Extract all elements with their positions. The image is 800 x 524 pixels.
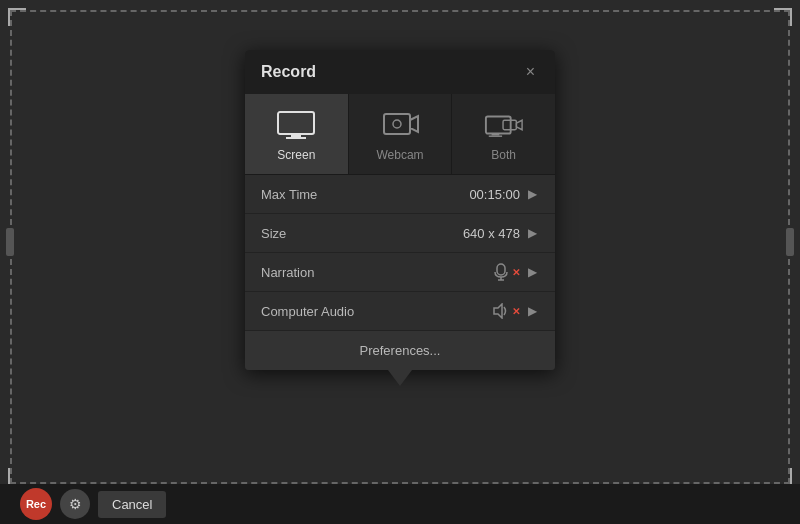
- audio-x-badge: ✕: [512, 306, 520, 317]
- computer-audio-next-button[interactable]: ▶: [526, 302, 539, 320]
- svg-rect-11: [497, 264, 505, 275]
- computer-audio-value-group: ✕ ▶: [492, 302, 539, 320]
- size-next-button[interactable]: ▶: [526, 224, 539, 242]
- narration-row: Narration ✕ ▶: [245, 253, 555, 292]
- max-time-row: Max Time 00:15:00 ▶: [245, 175, 555, 214]
- max-time-label: Max Time: [261, 187, 317, 202]
- max-time-value: 00:15:00: [469, 187, 520, 202]
- size-value-group: 640 x 478 ▶: [463, 224, 539, 242]
- settings-section: Max Time 00:15:00 ▶ Size 640 x 478 ▶ Nar…: [245, 175, 555, 331]
- computer-audio-status-icon: ✕: [492, 303, 520, 319]
- size-value: 640 x 478: [463, 226, 520, 241]
- size-label: Size: [261, 226, 286, 241]
- max-time-value-group: 00:15:00 ▶: [469, 185, 539, 203]
- svg-rect-2: [286, 137, 306, 139]
- svg-rect-6: [486, 116, 511, 133]
- narration-x-badge: ✕: [512, 267, 520, 278]
- narration-next-button[interactable]: ▶: [526, 263, 539, 281]
- size-row: Size 640 x 478 ▶: [245, 214, 555, 253]
- svg-rect-3: [384, 114, 410, 134]
- narration-value-group: ✕ ▶: [494, 263, 539, 281]
- svg-rect-0: [278, 112, 314, 134]
- mode-screen-label: Screen: [277, 148, 315, 162]
- mode-both-label: Both: [491, 148, 516, 162]
- svg-rect-7: [491, 134, 499, 136]
- rec-button[interactable]: Rec: [20, 488, 52, 520]
- dialog-tail: [388, 370, 412, 386]
- cancel-button[interactable]: Cancel: [98, 491, 166, 518]
- both-icon: [484, 110, 524, 140]
- handle-right[interactable]: [786, 228, 794, 256]
- svg-marker-4: [410, 116, 418, 132]
- screen-icon: [276, 110, 316, 140]
- max-time-next-button[interactable]: ▶: [526, 185, 539, 203]
- preferences-button[interactable]: Preferences...: [245, 331, 555, 370]
- dialog-header: Record ×: [245, 50, 555, 94]
- close-button[interactable]: ×: [522, 62, 539, 82]
- mode-webcam-button[interactable]: Webcam: [349, 94, 453, 174]
- svg-marker-10: [516, 120, 522, 130]
- handle-left[interactable]: [6, 228, 14, 256]
- narration-status-icon: ✕: [494, 263, 520, 281]
- narration-label: Narration: [261, 265, 314, 280]
- computer-audio-row: Computer Audio ✕ ▶: [245, 292, 555, 331]
- mode-selector: Screen Webcam: [245, 94, 555, 175]
- corner-bracket-tr: [774, 8, 792, 26]
- svg-marker-14: [494, 304, 502, 318]
- bottom-bar: Rec ⚙ Cancel: [0, 484, 800, 524]
- gear-button[interactable]: ⚙: [60, 489, 90, 519]
- mode-screen-button[interactable]: Screen: [245, 94, 349, 174]
- mode-webcam-label: Webcam: [376, 148, 423, 162]
- svg-rect-1: [291, 134, 301, 137]
- corner-bracket-tl: [8, 8, 26, 26]
- computer-audio-label: Computer Audio: [261, 304, 354, 319]
- svg-point-5: [393, 120, 401, 128]
- mode-both-button[interactable]: Both: [452, 94, 555, 174]
- record-dialog: Record × Screen We: [245, 50, 555, 370]
- svg-rect-8: [488, 135, 501, 136]
- dialog-title: Record: [261, 63, 316, 81]
- webcam-icon: [380, 110, 420, 140]
